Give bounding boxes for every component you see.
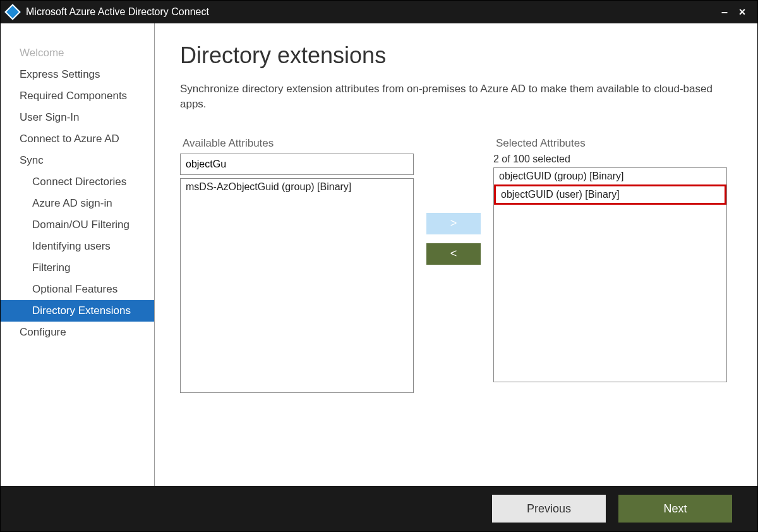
window-title: Microsoft Azure Active Directory Connect [26, 6, 716, 18]
nav-item-user-sign-in[interactable]: User Sign-In [1, 107, 154, 128]
page-title: Directory extensions [180, 42, 727, 69]
selected-count: 2 of 100 selected [493, 154, 727, 165]
nav-item-optional-features[interactable]: Optional Features [1, 279, 154, 300]
next-button[interactable]: Next [618, 495, 732, 523]
available-column: Available Attributes msDS-AzObjectGuid (… [180, 137, 414, 393]
nav-item-directory-extensions[interactable]: Directory Extensions [1, 300, 154, 322]
nav-item-domain-ou-filtering[interactable]: Domain/OU Filtering [1, 214, 154, 236]
minimize-button[interactable]: – [716, 3, 733, 21]
main-content: Directory extensions Synchronize directo… [155, 23, 757, 486]
previous-button[interactable]: Previous [492, 495, 606, 523]
sidebar: WelcomeExpress SettingsRequired Componen… [1, 23, 155, 486]
nav-item-express-settings[interactable]: Express Settings [1, 64, 154, 85]
nav-item-connect-directories[interactable]: Connect Directories [1, 171, 154, 193]
selected-listbox[interactable]: objectGUID (group) [Binary]objectGUID (u… [493, 167, 727, 382]
nav-item-connect-to-azure-ad[interactable]: Connect to Azure AD [1, 128, 154, 150]
selected-column: Selected Attributes 2 of 100 selected ob… [493, 137, 727, 382]
azure-icon [4, 4, 20, 20]
available-search-input[interactable] [180, 154, 414, 175]
nav-item-required-components[interactable]: Required Components [1, 85, 154, 107]
available-item[interactable]: msDS-AzObjectGuid (group) [Binary] [181, 179, 413, 195]
nav-item-sync[interactable]: Sync [1, 150, 154, 171]
attribute-columns: Available Attributes msDS-AzObjectGuid (… [180, 137, 727, 393]
add-button[interactable]: > [426, 213, 481, 234]
nav-item-welcome: Welcome [1, 42, 154, 64]
nav-item-configure[interactable]: Configure [1, 322, 154, 343]
selected-item[interactable]: objectGUID (group) [Binary] [494, 168, 726, 184]
titlebar: Microsoft Azure Active Directory Connect… [1, 1, 757, 23]
app-window: Microsoft Azure Active Directory Connect… [0, 0, 758, 532]
page-description: Synchronize directory extension attribut… [180, 82, 727, 112]
selected-label: Selected Attributes [493, 137, 727, 150]
available-listbox[interactable]: msDS-AzObjectGuid (group) [Binary] [180, 178, 414, 393]
close-button[interactable]: × [733, 3, 751, 21]
nav-item-identifying-users[interactable]: Identifying users [1, 236, 154, 257]
body: WelcomeExpress SettingsRequired Componen… [1, 23, 757, 486]
available-label: Available Attributes [180, 137, 414, 150]
remove-button[interactable]: < [426, 243, 481, 265]
nav-item-filtering[interactable]: Filtering [1, 257, 154, 279]
footer: Previous Next [1, 486, 757, 531]
transfer-buttons: > < [426, 213, 481, 265]
selected-item[interactable]: objectGUID (user) [Binary] [494, 184, 726, 205]
nav-item-azure-ad-sign-in[interactable]: Azure AD sign-in [1, 193, 154, 214]
